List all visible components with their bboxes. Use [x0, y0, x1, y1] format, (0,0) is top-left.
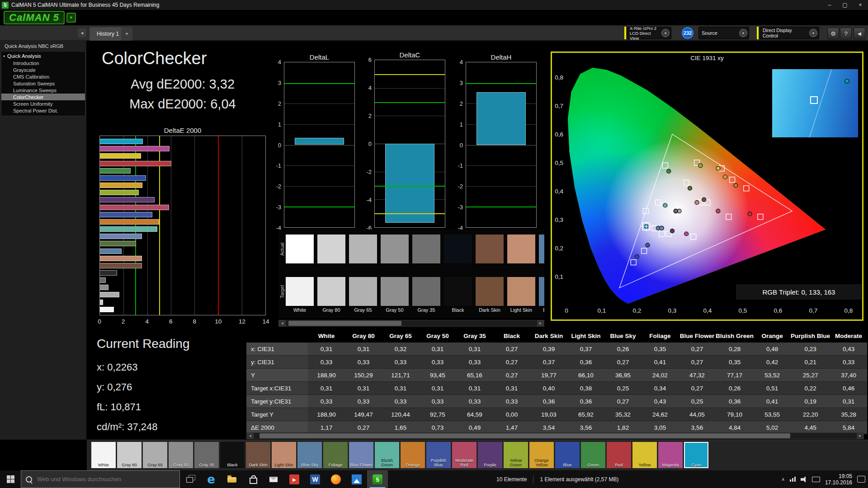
strip-swatch-yellow[interactable]: Yellow [632, 442, 657, 468]
taskbar-app-mail[interactable] [263, 470, 284, 488]
strip-swatch-foliage[interactable]: Foliage [323, 442, 348, 468]
strip-swatch-purple[interactable]: Purple [478, 442, 502, 468]
swatch-scroll-thumb[interactable] [288, 321, 401, 326]
sidebar-collapse-button[interactable]: ◄ [78, 28, 86, 38]
start-button[interactable] [0, 470, 21, 488]
sidebar-item-screen-uniformity[interactable]: Screen Uniformity [1, 100, 85, 107]
taskbar-app-media[interactable] [284, 470, 305, 488]
help-button[interactable]: ? [840, 28, 852, 39]
chart-bar-row [100, 270, 265, 276]
settings-button[interactable]: ⚙ [827, 28, 839, 39]
strip-swatch-gray-50[interactable]: Gray 50 [169, 442, 193, 468]
chart-bar-row [100, 190, 265, 195]
strip-swatch-magenta[interactable]: Magenta [658, 442, 683, 468]
target-swatch-blue-sky [539, 277, 544, 306]
sidebar-item-saturation-sweeps[interactable]: Saturation Sweeps [1, 80, 85, 87]
strip-swatch-red[interactable]: Red [607, 442, 631, 468]
logo-dropdown-icon[interactable]: ▼ [66, 13, 76, 23]
actual-swatch-gray-65 [349, 235, 377, 263]
gridline [284, 103, 354, 104]
table-scroll-track[interactable] [254, 433, 857, 439]
chart-bar-row [100, 249, 265, 254]
strip-swatch-white[interactable]: White [91, 442, 116, 468]
sidebar-item-colorchecker[interactable]: ColorChecker [1, 94, 85, 100]
search-input[interactable] [36, 475, 169, 483]
notification-center-icon[interactable] [857, 476, 865, 483]
taskbar-search[interactable] [21, 470, 180, 488]
taskbar-clock[interactable]: 19:05 17.10.2016 [825, 473, 852, 486]
calman-logo[interactable]: CalMAN 5 ▼ [4, 11, 76, 24]
display-control-dropdown[interactable]: Direct Display Control ▼ [760, 27, 819, 39]
strip-swatch-moderate-red[interactable]: Moderate Red [452, 442, 476, 468]
taskbar-app-edge[interactable] [201, 470, 222, 488]
strip-swatch-gray-65[interactable]: Gray 65 [143, 442, 167, 468]
strip-swatch-bluish-green[interactable]: Bluish Green [375, 442, 399, 468]
swatch-scroll-track[interactable] [286, 320, 537, 326]
deltae-bar-red [100, 161, 171, 166]
network-icon[interactable] [790, 477, 796, 482]
deltae-bar-blue [100, 175, 146, 181]
sidebar-item-introduction[interactable]: Introduction [1, 60, 85, 66]
strip-swatch-orange[interactable]: Orange [401, 442, 425, 468]
volume-icon[interactable] [801, 476, 807, 483]
sidebar-item-grayscale[interactable]: Grayscale [1, 66, 85, 73]
strip-swatch-blue[interactable]: Blue [555, 442, 580, 468]
taskbar-app-task-view[interactable] [180, 470, 201, 488]
close-button[interactable]: × [853, 0, 868, 10]
table-col-gray-35: Gray 35 [456, 329, 493, 343]
minimize-button[interactable]: – [822, 0, 837, 10]
taskbar-app-word[interactable] [305, 470, 326, 488]
tick-label: 14 [262, 318, 269, 325]
app-icon-glyph: 5 [4, 2, 6, 8]
scroll-left-icon[interactable]: ◄ [279, 320, 286, 326]
strip-swatch-light-skin[interactable]: Light Skin [272, 442, 296, 468]
strip-swatch-dark-skin[interactable]: Dark Skin [246, 442, 270, 468]
inset-target-marker [810, 96, 818, 104]
strip-swatch-purplish-blue[interactable]: Purplish Blue [426, 442, 451, 468]
strip-swatch-cyan[interactable]: Cyan [684, 442, 708, 468]
source-dropdown[interactable]: Source ▼ [698, 27, 749, 39]
panel-toggle-button[interactable]: ◄ [854, 28, 865, 39]
deltae-bar-gray-65 [100, 292, 119, 297]
tray-expand-icon[interactable]: ∧ [782, 477, 785, 482]
gear-icon: ⚙ [830, 30, 836, 37]
tick-label: 0 [565, 307, 568, 314]
sidebar-item-cms-calibration[interactable]: CMS Calibration [1, 73, 85, 80]
scroll-right-icon[interactable]: ► [537, 320, 544, 326]
table-cell: 0,31 [456, 382, 493, 395]
meter-dropdown[interactable]: X-Rite i1Pro 2 LCD Direct View ▼ [627, 27, 671, 39]
strip-swatch-gray-35[interactable]: Gray 35 [194, 442, 219, 468]
actual-swatch-blue-sky [539, 235, 544, 263]
strip-swatch-label: Orange [401, 463, 425, 467]
taskbar-app-firefox[interactable] [326, 470, 346, 488]
strip-swatch-orange-yellow[interactable]: Orange Yellow [529, 442, 554, 468]
reference-line [466, 206, 536, 207]
chart-bar-row [100, 300, 265, 305]
maximize-button[interactable]: ▢ [837, 0, 853, 10]
strip-swatch-yellow-green[interactable]: Yellow Green [504, 442, 528, 468]
sidebar-item-spectral-power-dist[interactable]: Spectral Power Dist. [1, 107, 85, 114]
scroll-right-icon[interactable]: ► [857, 433, 863, 439]
strip-swatch-gray-80[interactable]: Gray 80 [117, 442, 142, 468]
taskbar-app-file-explorer[interactable] [222, 470, 242, 488]
table-col-gray-80: Gray 80 [345, 329, 382, 343]
tree-expand-icon: ▾ [3, 54, 5, 58]
table-scroll-thumb[interactable] [259, 433, 790, 438]
taskbar-app-calman[interactable] [367, 470, 388, 488]
strip-swatch-black[interactable]: Black [220, 442, 245, 468]
table-cell: 0,25 [604, 382, 642, 395]
taskbar-app-photos[interactable] [346, 470, 367, 488]
sidebar-item-luminance-sweeps[interactable]: Luminance Sweeps [1, 87, 85, 94]
tick-label: -3 [458, 204, 463, 211]
keyboard-icon[interactable] [812, 477, 820, 482]
taskbar-app-store[interactable] [242, 470, 263, 488]
strip-swatch-green[interactable]: Green [581, 442, 605, 468]
strip-swatch-blue-sky[interactable]: Blue Sky [297, 442, 322, 468]
deltae-bars [100, 136, 265, 315]
add-tab-button[interactable]: + [121, 27, 132, 41]
strip-swatch-blue-flower[interactable]: Blue Flower [349, 442, 373, 468]
gridline [284, 165, 354, 166]
sidebar-root-quick-analysis[interactable]: ▾ Quick Analysis [1, 52, 85, 60]
scroll-left-icon[interactable]: ◄ [247, 433, 254, 439]
gridline [466, 145, 536, 145]
